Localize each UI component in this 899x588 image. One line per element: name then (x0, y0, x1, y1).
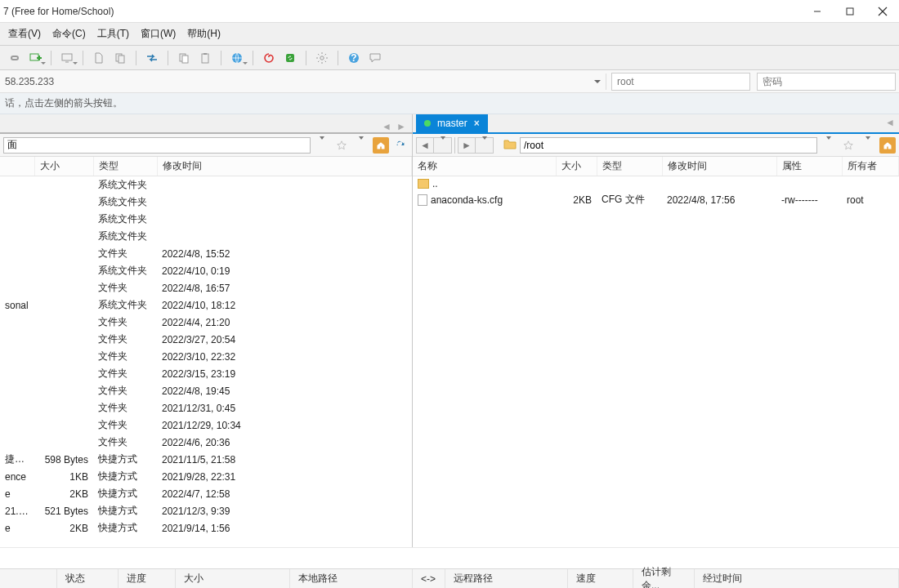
table-row[interactable]: 文件夹 2022/4/8, 15:52 (0, 245, 412, 262)
table-row[interactable]: sonal 系统文件夹 2022/4/10, 18:12 (0, 296, 412, 314)
host-dropdown-icon[interactable] (591, 80, 604, 83)
table-row[interactable]: 文件夹 2022/3/10, 22:32 (0, 348, 412, 365)
table-row[interactable]: 文件夹 2022/4/8, 19:45 (0, 382, 412, 399)
new-file-icon[interactable] (90, 49, 108, 67)
close-button[interactable] (866, 0, 899, 23)
chat-icon[interactable] (366, 49, 384, 67)
th-local[interactable]: 本地路径 (290, 569, 413, 588)
cell-mtime: 2021/9/14, 1:56 (157, 519, 412, 537)
table-row[interactable]: .. (413, 176, 899, 192)
tab-label: master (437, 118, 467, 129)
cell-name (0, 416, 34, 434)
refresh-icon[interactable] (392, 137, 409, 154)
local-path-input[interactable] (3, 137, 311, 154)
menu-view[interactable]: 查看(V) (8, 27, 41, 41)
table-row[interactable]: 捷方式 598 Bytes 快捷方式 2021/11/5, 21:58 (0, 451, 412, 468)
spiral-icon[interactable] (260, 49, 278, 67)
col-perm[interactable]: 属性 (776, 157, 842, 176)
table-row[interactable]: e 2KB 快捷方式 2021/9/14, 1:56 (0, 519, 412, 537)
menu-tools[interactable]: 工具(T) (97, 27, 129, 41)
table-row[interactable]: 文件夹 2022/3/15, 23:19 (0, 365, 412, 382)
th-elapsed[interactable]: 经过时间 (695, 569, 899, 588)
cell-type: 文件夹 (93, 314, 157, 331)
copy-icon[interactable] (175, 49, 193, 67)
tab-prev-icon[interactable]: ◄ (381, 121, 392, 132)
swap-icon[interactable] (143, 49, 161, 67)
password-input[interactable] (757, 73, 896, 91)
remote-listing[interactable]: 名称 大小 类型 修改时间 属性 所有者 .. anaconda-ks.cfg … (413, 157, 899, 547)
table-row[interactable]: ence 1KB 快捷方式 2021/9/28, 22:31 (0, 468, 412, 485)
col-type[interactable]: 类型 (597, 157, 662, 176)
home-icon[interactable] (879, 137, 896, 154)
svg-point-15 (320, 56, 324, 59)
table-row[interactable]: 系统文件夹 2022/4/10, 0:19 (0, 262, 412, 279)
th-progress[interactable]: 进度 (119, 569, 176, 588)
cell-size (34, 365, 93, 382)
th-status[interactable]: 状态 (57, 569, 119, 588)
link-icon[interactable] (5, 49, 23, 67)
table-row[interactable]: 文件夹 2022/4/8, 16:57 (0, 279, 412, 296)
favorite-icon[interactable] (333, 137, 350, 154)
back-icon[interactable]: ◄ (416, 137, 434, 154)
minimize-button[interactable] (801, 0, 834, 23)
sync-icon[interactable] (281, 49, 299, 67)
th-speed[interactable]: 速度 (568, 569, 633, 588)
table-row[interactable]: 21.1.... 521 Bytes 快捷方式 2021/12/3, 9:39 (0, 502, 412, 519)
menu-command[interactable]: 命令(C) (52, 27, 86, 41)
help-icon[interactable]: ? (345, 49, 363, 67)
col-name[interactable]: 名称 (413, 157, 556, 176)
forward-icon[interactable]: ► (458, 137, 476, 154)
table-row[interactable]: anaconda-ks.cfg 2KB CFG 文件 2022/4/8, 17:… (413, 191, 899, 208)
dropdown-icon[interactable] (353, 137, 369, 154)
table-row[interactable]: 文件夹 2022/4/4, 21:20 (0, 314, 412, 331)
table-row[interactable]: 文件夹 2021/12/29, 10:34 (0, 416, 412, 434)
th-remote[interactable]: 远程路径 (445, 569, 568, 588)
monitor-icon[interactable] (58, 49, 76, 67)
col-owner[interactable]: 所有者 (842, 157, 899, 176)
table-row[interactable]: 文件夹 2022/4/6, 20:36 (0, 434, 412, 451)
menu-window[interactable]: 窗口(W) (141, 27, 176, 41)
col-mtime[interactable]: 修改时间 (662, 157, 776, 176)
tab-next-icon[interactable]: ► (396, 121, 407, 132)
tab-prev-icon[interactable]: ◄ (884, 117, 896, 128)
table-row[interactable]: 系统文件夹 (0, 228, 412, 245)
forward-history-icon[interactable] (476, 137, 494, 154)
col-size[interactable]: 大小 (34, 157, 93, 176)
dropdown-icon[interactable] (860, 137, 876, 154)
maximize-button[interactable] (834, 0, 866, 23)
back-history-icon[interactable] (434, 137, 452, 154)
th-size[interactable]: 大小 (176, 569, 290, 588)
col-type[interactable]: 类型 (93, 157, 157, 176)
cell-type: 系统文件夹 (93, 211, 157, 228)
table-row[interactable]: 系统文件夹 (0, 176, 412, 194)
th-eta[interactable]: 估计剩余... (633, 569, 695, 588)
home-icon[interactable] (373, 137, 389, 154)
path-dropdown-icon[interactable] (314, 137, 330, 154)
table-row[interactable]: 文件夹 2022/3/27, 20:54 (0, 331, 412, 348)
table-row[interactable]: 文件夹 2021/12/31, 0:45 (0, 399, 412, 416)
table-row[interactable]: 系统文件夹 (0, 211, 412, 228)
globe-icon[interactable] (228, 49, 246, 67)
session-tab[interactable]: master × (416, 114, 488, 132)
gear-icon[interactable] (313, 49, 331, 67)
col-name[interactable] (0, 157, 34, 176)
paste-icon[interactable] (196, 49, 214, 67)
cell-owner: root (842, 191, 899, 208)
col-mtime[interactable]: 修改时间 (157, 157, 412, 176)
th-dir[interactable]: <-> (413, 569, 445, 588)
menu-help[interactable]: 帮助(H) (187, 27, 221, 41)
copy-file-icon[interactable] (111, 49, 129, 67)
tab-close-icon[interactable]: × (474, 118, 480, 129)
path-dropdown-icon[interactable] (821, 137, 837, 154)
table-row[interactable]: 系统文件夹 (0, 194, 412, 211)
remote-path-input[interactable] (520, 137, 817, 154)
favorite-icon[interactable] (840, 137, 857, 154)
new-session-icon[interactable] (26, 49, 44, 67)
cell-mtime: 2022/3/10, 22:32 (157, 348, 412, 365)
col-size[interactable]: 大小 (556, 157, 597, 176)
table-row[interactable]: e 2KB 快捷方式 2022/4/7, 12:58 (0, 485, 412, 502)
host-field[interactable]: 58.235.233 (0, 76, 591, 87)
cell-size (34, 194, 93, 211)
local-listing[interactable]: 大小 类型 修改时间 系统文件夹 系统文件夹 系统文件夹 系统文件夹 文件夹 2… (0, 157, 412, 547)
username-input[interactable] (611, 73, 750, 91)
